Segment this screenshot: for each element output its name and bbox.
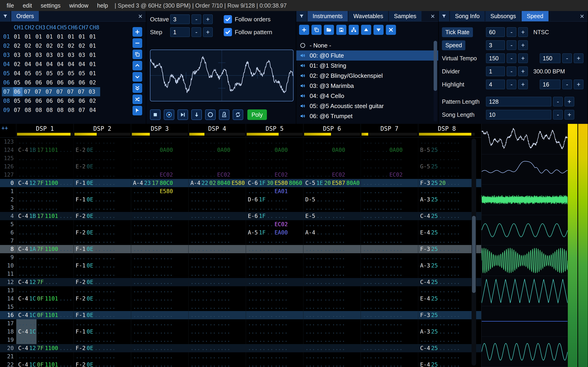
pattern-cell[interactable]: ........... [131, 220, 188, 228]
pattern-cell[interactable]: .......EA01 [246, 187, 303, 195]
pattern-cell[interactable]: ........... [303, 344, 361, 352]
step-increase-button[interactable]: + [203, 27, 213, 37]
pattern-cell[interactable]: ........... [16, 261, 73, 270]
pattern-row-2[interactable]: 2...........F-10E.......................… [0, 195, 481, 204]
channel-header-dsp-4[interactable]: DSP 4 [188, 124, 246, 137]
instrument-item[interactable]: - None - [296, 40, 438, 50]
instrument-item[interactable]: 05: @5 Acoustic steel guitar [296, 101, 438, 111]
order-cell[interactable]: 03 [46, 50, 57, 60]
pattern-cell[interactable]: ........... [16, 319, 73, 327]
pattern-cell[interactable]: ........... [303, 162, 361, 171]
pattern-row-14[interactable]: 14C-41C0F1101....F-20E..................… [0, 294, 481, 303]
pattern-cell[interactable]: ........... [361, 179, 418, 187]
poly-button[interactable]: Poly [247, 109, 267, 120]
pattern-cell[interactable]: F-20E...... [73, 278, 131, 286]
pattern-cell[interactable]: ........... [188, 220, 246, 228]
pattern-cell[interactable]: ........... [361, 303, 418, 311]
pattern-row-8[interactable]: 8C-41A7F1100....F-10E...................… [0, 245, 481, 253]
pattern-cell[interactable]: C-425...... [418, 278, 476, 286]
order-cell[interactable]: 02 [68, 41, 78, 50]
pattern-cell[interactable]: ........... [131, 344, 188, 352]
order-to-bottom-button[interactable] [132, 83, 142, 93]
pattern-cell[interactable]: ........... [361, 195, 418, 204]
pattern-cell[interactable]: ........... [188, 212, 246, 220]
pattern-cell[interactable]: ........... [418, 154, 476, 162]
pattern-cell[interactable]: C-41B171101.... [16, 212, 73, 220]
order-cell[interactable]: 06 [46, 78, 57, 87]
order-up-button[interactable] [132, 61, 142, 70]
tick-rate-input[interactable]: 60 [486, 27, 505, 37]
save-instrument-button[interactable] [336, 25, 346, 35]
pattern-scrollbar[interactable] [472, 139, 476, 366]
pattern-cell[interactable]: ........... [246, 154, 303, 162]
pattern-cell[interactable]: ........... [73, 303, 131, 311]
order-cell[interactable]: 04 [25, 60, 35, 69]
pattern-cell[interactable]: ........... [188, 286, 246, 294]
order-cell[interactable]: 06 [46, 96, 57, 106]
pattern-cell[interactable]: ........... [303, 245, 361, 253]
pattern-cell[interactable]: ........... [361, 294, 418, 303]
pattern-cell[interactable]: ........... [188, 138, 246, 146]
pattern-row-124[interactable]: 124C-41B171101....E-20E.............0A00… [0, 146, 481, 154]
pattern-cell[interactable]: E-425...... [418, 228, 476, 237]
pattern-cell[interactable]: A-325...... [418, 327, 476, 336]
pattern-cell[interactable]: F-10E...... [73, 195, 131, 204]
pattern-cell[interactable]: ........... [16, 171, 73, 179]
order-cell[interactable]: 06 [78, 78, 89, 87]
order-cell[interactable]: 08 [68, 106, 78, 115]
duplicate-order-button[interactable] [132, 50, 142, 59]
pattern-cell[interactable]: ........... [73, 319, 131, 327]
virtual-tempo-den-increase-button[interactable]: + [574, 53, 583, 63]
pattern-cell[interactable]: .......0A00 [131, 146, 188, 154]
virtual-tempo-den-decrease-button[interactable]: - [562, 53, 572, 63]
order-cell[interactable]: 03 [35, 50, 46, 60]
pattern-cell[interactable]: ........... [361, 361, 418, 367]
pattern-cell[interactable]: ........... [16, 270, 73, 278]
pattern-cell[interactable]: ........... [418, 286, 476, 294]
order-cell[interactable]: 01 [89, 41, 100, 50]
pattern-row-19[interactable]: 19......................................… [0, 336, 481, 344]
tick-rate-button[interactable]: Tick Rate [442, 27, 473, 37]
pattern-cell[interactable]: ........... [73, 204, 131, 212]
pattern-cell[interactable]: ........... [188, 344, 246, 352]
pattern-cell[interactable]: ........... [131, 319, 188, 327]
octave-increase-button[interactable]: + [203, 15, 213, 24]
pattern-cell[interactable]: F-10E...... [73, 245, 131, 253]
order-row-06[interactable]: 060506060606060602 [2, 78, 100, 87]
order-cell[interactable]: 04 [35, 60, 46, 69]
highlight-major-increase-button[interactable]: + [574, 80, 583, 89]
play-button[interactable] [164, 109, 174, 120]
pattern-cell[interactable]: ........... [73, 220, 131, 228]
pattern-cell[interactable]: ........... [131, 294, 188, 303]
pattern-cell[interactable]: ........... [131, 228, 188, 237]
pattern-cell[interactable]: A-325...... [418, 195, 476, 204]
pattern-cell[interactable]: F-20E...... [73, 228, 131, 237]
pattern-cell[interactable]: .......EC02 [188, 171, 246, 179]
pattern-cell[interactable]: E-425...... [418, 361, 476, 367]
order-cell[interactable]: 05 [35, 69, 46, 78]
song-length-input[interactable]: 10 [486, 110, 551, 119]
menu-help[interactable]: help [93, 2, 112, 9]
pattern-cell[interactable]: ........... [361, 286, 418, 294]
pattern-row-11[interactable]: 11......................................… [0, 270, 481, 278]
pattern-cell[interactable]: A-325...... [418, 261, 476, 270]
menu-edit[interactable]: edit [18, 2, 36, 9]
orders-menu-button[interactable] [0, 11, 10, 21]
pattern-cell[interactable]: .......E580 [131, 187, 188, 195]
instrument-item[interactable]: 02: @2 Blingy/Glockenspiel [296, 71, 438, 81]
pattern-cell[interactable]: A-51F..EA00 [246, 228, 303, 237]
pattern-cell[interactable]: ........... [131, 327, 188, 336]
instrument-item[interactable]: 03: @3 Marimba [296, 81, 438, 91]
speed-input[interactable]: 3 [486, 40, 505, 50]
pattern-cell[interactable]: ........... [188, 253, 246, 261]
pattern-cell[interactable]: ........... [418, 270, 476, 278]
pattern-row-123[interactable]: 123.....................................… [0, 138, 481, 146]
pattern-cell[interactable]: C-61F30E5808060 [246, 179, 303, 187]
order-cell[interactable]: 05 [25, 69, 35, 78]
pattern-cell[interactable]: ........... [246, 286, 303, 294]
pattern-cell[interactable]: ........... [418, 171, 476, 179]
pattern-cell[interactable]: ........... [131, 138, 188, 146]
tab-speed[interactable]: Speed [522, 11, 548, 21]
follow-pattern-checkbox[interactable] [224, 28, 232, 36]
pattern-cell[interactable]: .......0A00 [361, 146, 418, 154]
